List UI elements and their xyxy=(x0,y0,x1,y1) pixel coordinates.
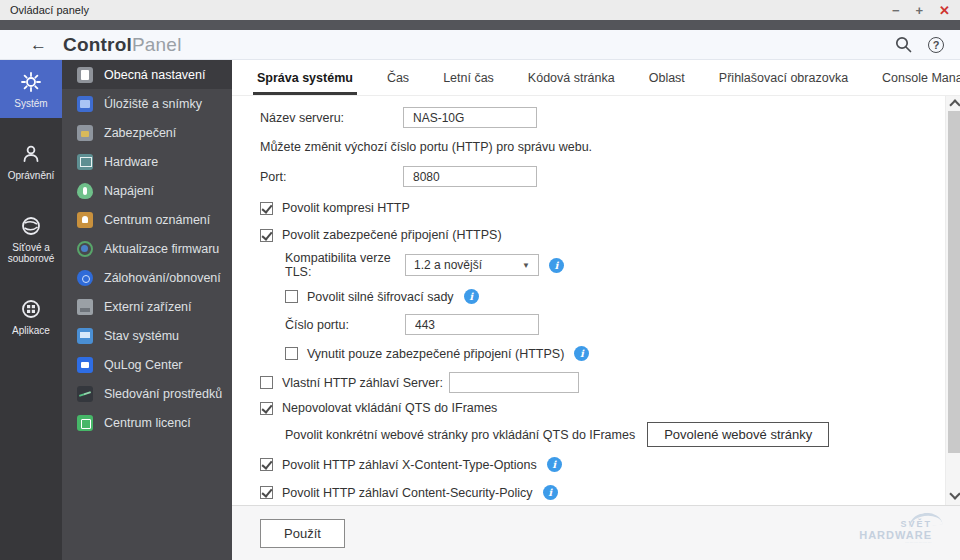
info-icon[interactable] xyxy=(574,346,589,361)
custom-header-checkbox[interactable] xyxy=(260,376,273,389)
server-name-label: Název serveru: xyxy=(260,111,403,125)
minimize-icon[interactable]: − xyxy=(892,4,900,17)
csp-checkbox[interactable] xyxy=(260,486,273,499)
storage-icon xyxy=(77,96,93,112)
gear-icon xyxy=(20,71,42,93)
sidebar-item-backup-restore[interactable]: Zálohování/obnovení xyxy=(62,263,232,292)
tls-version-value: 1.2 a novější xyxy=(414,258,482,272)
https-port-label: Číslo portu: xyxy=(285,318,405,332)
close-icon[interactable]: ✕ xyxy=(939,4,950,17)
info-icon[interactable] xyxy=(464,289,479,304)
window-title: Ovládací panely xyxy=(10,4,89,16)
resource-monitor-icon xyxy=(77,386,93,402)
info-icon[interactable] xyxy=(543,485,558,500)
lock-icon xyxy=(77,125,93,141)
content-panel: Správa systému Čas Letní čas Kódová strá… xyxy=(232,60,960,560)
back-arrow-icon[interactable]: ← xyxy=(30,36,47,53)
sidebar-item-label: Aktualizace firmwaru xyxy=(104,242,219,256)
footer-bar: Použít SVĚT HARDWARE ⋯⋯⋯⋯⋯⋯ xyxy=(232,505,960,560)
server-name-input[interactable] xyxy=(403,107,537,128)
info-icon[interactable] xyxy=(547,457,562,472)
no-iframes-checkbox[interactable] xyxy=(260,402,273,415)
sidebar-item-qulog-center[interactable]: QuLog Center xyxy=(62,350,232,379)
sidebar-item-label: Zálohování/obnovení xyxy=(104,271,221,285)
custom-header-label: Vlastní HTTP záhlaví Server: xyxy=(282,376,443,390)
xcto-checkbox[interactable] xyxy=(260,458,273,471)
https-port-input[interactable] xyxy=(405,314,539,335)
apply-button[interactable]: Použít xyxy=(260,519,345,548)
sidebar-item-label: Externí zařízení xyxy=(104,300,192,314)
globe-icon xyxy=(20,215,42,237)
sidebar-item-general-settings[interactable]: Obecná nastavení xyxy=(62,60,232,89)
tab-console-management[interactable]: Console Management xyxy=(865,60,960,95)
sidebar-item-notification-center[interactable]: Centrum oznámení xyxy=(62,205,232,234)
strong-ciphers-checkbox[interactable] xyxy=(285,290,298,303)
https-checkbox[interactable] xyxy=(260,229,273,242)
category-rail: Systém Oprávnění Síťové a souborové Apli… xyxy=(0,60,62,560)
general-settings-icon xyxy=(77,67,93,83)
help-icon[interactable]: ? xyxy=(928,37,944,53)
notification-bell-icon xyxy=(77,212,93,228)
sidebar-item-license-center[interactable]: Centrum licencí xyxy=(62,408,232,437)
allowed-websites-button[interactable]: Povolené webové stránky xyxy=(647,422,829,447)
rail-item-privileges[interactable]: Oprávnění xyxy=(0,132,62,190)
sidebar-item-label: Sledování prostředků xyxy=(104,387,222,401)
scroll-up-icon[interactable] xyxy=(946,96,960,111)
app-title-bold: Control xyxy=(63,34,132,55)
port-label: Port: xyxy=(260,170,403,184)
sidebar-item-resource-monitor[interactable]: Sledování prostředků xyxy=(62,379,232,408)
tab-time[interactable]: Čas xyxy=(370,60,426,95)
sidebar-item-label: QuLog Center xyxy=(104,358,183,372)
force-https-checkbox[interactable] xyxy=(285,347,298,360)
sidebar-item-system-status[interactable]: Stav systému xyxy=(62,321,232,350)
vertical-scrollbar xyxy=(945,96,960,505)
sidebar-item-storage-snapshots[interactable]: Úložiště a snímky xyxy=(62,89,232,118)
sidebar-item-label: Úložiště a snímky xyxy=(104,97,202,111)
sidebar-item-hardware[interactable]: Hardware xyxy=(62,147,232,176)
scroll-down-icon[interactable] xyxy=(946,488,960,503)
rail-item-system[interactable]: Systém xyxy=(0,60,62,118)
tab-region[interactable]: Oblast xyxy=(632,60,702,95)
sidebar-item-security[interactable]: Zabezpečení xyxy=(62,118,232,147)
qulog-icon xyxy=(77,357,93,373)
apps-icon xyxy=(20,298,42,320)
scrollbar-thumb[interactable] xyxy=(948,111,960,453)
sidebar-item-power[interactable]: Napájení xyxy=(62,176,232,205)
sidebar-item-label: Zabezpečení xyxy=(104,126,176,140)
custom-header-input[interactable] xyxy=(449,372,579,393)
https-label: Povolit zabezpečené připojení (HTTPS) xyxy=(282,228,502,242)
maximize-icon[interactable]: + xyxy=(916,4,924,17)
app-header: ← ControlPanel ? xyxy=(0,30,960,60)
rail-item-label: Oprávnění xyxy=(2,170,60,181)
allowed-sites-label: Povolit konkrétní webové stránky pro vkl… xyxy=(285,428,635,442)
rail-item-applications[interactable]: Aplikace xyxy=(0,287,62,345)
tls-version-select[interactable]: 1.2 a novější ▼ xyxy=(405,254,539,276)
sidebar-item-label: Obecná nastavení xyxy=(104,68,205,82)
port-input[interactable] xyxy=(403,166,537,187)
app-title: ControlPanel xyxy=(63,34,182,56)
tab-codepage[interactable]: Kódová stránka xyxy=(511,60,632,95)
sidebar-item-label: Napájení xyxy=(104,184,154,198)
tab-system-administration[interactable]: Správa systému xyxy=(240,60,370,95)
tls-version-label: Kompatibilita verze TLS: xyxy=(285,251,405,279)
search-icon[interactable] xyxy=(895,36,912,53)
system-status-icon xyxy=(77,328,93,344)
http-compression-checkbox[interactable] xyxy=(260,202,273,215)
info-icon[interactable] xyxy=(549,258,564,273)
sidebar-item-label: Stav systému xyxy=(104,329,179,343)
xcto-label: Povolit HTTP záhlaví X-Content-Type-Opti… xyxy=(282,458,537,472)
window-frame-strip xyxy=(0,20,960,30)
rail-item-label: Aplikace xyxy=(2,325,60,336)
sidebar-item-firmware-update[interactable]: Aktualizace firmwaru xyxy=(62,234,232,263)
force-https-label: Vynutit pouze zabezpečené připojení (HTT… xyxy=(307,347,564,361)
tab-daylight-saving[interactable]: Letní čas xyxy=(426,60,511,95)
rail-item-network-file[interactable]: Síťové a souborové xyxy=(0,204,62,273)
settings-form: Název serveru: Můžete změnit výchozí čís… xyxy=(232,96,960,505)
http-compression-label: Povolit kompresi HTTP xyxy=(282,201,410,215)
no-iframes-label: Nepovolovat vkládání QTS do IFrames xyxy=(282,401,497,415)
sidebar-item-external-devices[interactable]: Externí zařízení xyxy=(62,292,232,321)
port-note: Můžete změnit výchozí číslo portu (HTTP)… xyxy=(260,140,936,154)
tab-login-screen[interactable]: Přihlašovací obrazovka xyxy=(702,60,865,95)
power-icon xyxy=(77,183,93,199)
sidebar-item-label: Hardware xyxy=(104,155,158,169)
